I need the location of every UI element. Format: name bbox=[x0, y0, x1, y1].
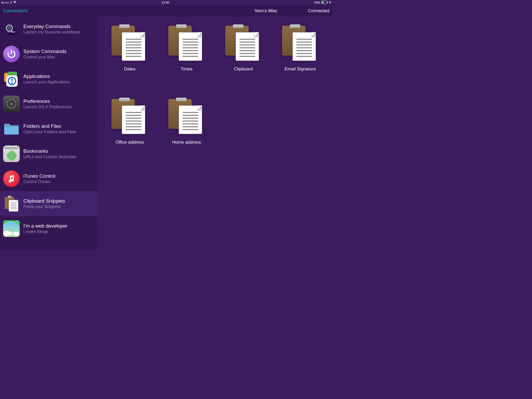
sidebar-item-title: Preferences bbox=[23, 98, 94, 104]
connections-link[interactable]: Connections bbox=[3, 8, 28, 14]
sidebar-item-clipboard-snippets[interactable]: Clipboard Snippets Paste your Snippets bbox=[0, 191, 97, 216]
snippet-label: Dates bbox=[124, 66, 135, 72]
connection-status: Connected bbox=[308, 8, 329, 14]
clipboard-doc-icon bbox=[281, 24, 320, 63]
sidebar-item-system-commands[interactable]: System Commands Control your Mac bbox=[0, 42, 97, 66]
signal-dots-icon bbox=[2, 2, 9, 3]
sidebar-item-title: Clipboard Snippets bbox=[23, 198, 94, 204]
sidebar-item-bookmarks[interactable]: Bookmarks URLs and Custom Searches bbox=[0, 141, 97, 166]
gear-icon bbox=[3, 96, 20, 112]
svg-point-17 bbox=[11, 82, 13, 84]
sidebar-item-title: System Commands bbox=[23, 49, 94, 54]
svg-point-28 bbox=[10, 102, 13, 105]
page-title: Vero's iMac bbox=[255, 8, 277, 14]
svg-rect-16 bbox=[11, 78, 12, 82]
applications-icon bbox=[3, 71, 20, 87]
charging-icon bbox=[329, 1, 331, 5]
clipboard-doc-icon bbox=[224, 24, 263, 63]
sidebar-item-title: Folders and Files bbox=[23, 123, 94, 129]
svg-rect-10 bbox=[11, 50, 12, 54]
snippet-dates[interactable]: Dates bbox=[103, 24, 157, 72]
svg-rect-20 bbox=[11, 108, 12, 110]
browser-globe-icon bbox=[3, 145, 20, 162]
sidebar-item-subtitle: Launch my favourite workflows bbox=[23, 30, 94, 35]
clipboard-doc-icon bbox=[110, 98, 149, 137]
snippet-times[interactable]: Times bbox=[159, 24, 214, 72]
sidebar-item-preferences[interactable]: Preferences Launch OS X Preferences bbox=[0, 91, 97, 116]
sidebar-item-subtitle: Launch your Applications bbox=[23, 80, 94, 84]
sidebar-item-subtitle: Open your Folders and Files bbox=[23, 130, 94, 134]
power-icon bbox=[3, 46, 20, 62]
status-right: 34% bbox=[314, 1, 331, 5]
sidebar-item-title: iTunes Control bbox=[23, 173, 94, 179]
snippet-label: Home address bbox=[172, 140, 201, 145]
clipboard-doc-icon bbox=[167, 24, 206, 63]
music-note-icon bbox=[3, 170, 20, 187]
sidebar-item-itunes-control[interactable]: iTunes Control Control iTunes bbox=[0, 166, 97, 191]
wifi-icon bbox=[13, 1, 17, 4]
status-bar: 3 13:40 34% bbox=[0, 0, 332, 5]
svg-rect-19 bbox=[11, 98, 12, 100]
hat-magnifier-icon bbox=[3, 21, 20, 37]
sidebar[interactable]: Everyday Commands Launch my favourite wo… bbox=[0, 17, 97, 249]
sidebar-item-subtitle: URLs and Custom Searches bbox=[23, 155, 94, 159]
sidebar-item-title: Bookmarks bbox=[23, 148, 94, 154]
sidebar-item-subtitle: Control iTunes bbox=[23, 179, 94, 184]
battery-icon bbox=[321, 1, 328, 5]
svg-rect-1 bbox=[327, 2, 328, 3]
header: Connections Vero's iMac Connected bbox=[0, 5, 332, 17]
carrier-label: 3 bbox=[10, 1, 12, 4]
battery-percent: 34% bbox=[314, 1, 320, 4]
svg-rect-22 bbox=[15, 103, 17, 105]
snippet-grid: Dates Times Clipboard bbox=[103, 24, 327, 145]
sidebar-item-web-developer[interactable]: I'm a web developer I make things bbox=[0, 216, 97, 241]
sidebar-item-title: I'm a web developer bbox=[23, 223, 94, 229]
svg-rect-21 bbox=[6, 103, 8, 105]
svg-point-42 bbox=[13, 232, 19, 236]
sidebar-item-title: Everyday Commands bbox=[23, 24, 94, 29]
sidebar-item-subtitle: Control your Mac bbox=[23, 55, 94, 59]
status-time: 13:40 bbox=[161, 1, 169, 4]
folder-icon bbox=[3, 121, 20, 137]
status-left: 3 bbox=[2, 1, 17, 4]
svg-point-7 bbox=[7, 26, 12, 30]
sidebar-item-applications[interactable]: Applications Launch your Applications bbox=[0, 66, 97, 91]
snippet-label: Email Signature bbox=[285, 66, 316, 72]
content: Dates Times Clipboard bbox=[97, 17, 332, 249]
snippet-clipboard[interactable]: Clipboard bbox=[216, 24, 271, 72]
sidebar-item-subtitle: Paste your Snippets bbox=[23, 204, 94, 209]
clipboard-snippet-icon bbox=[3, 195, 20, 212]
sidebar-item-folders-files[interactable]: Folders and Files Open your Folders and … bbox=[0, 116, 97, 141]
snippet-email-signature[interactable]: Email Signature bbox=[273, 24, 327, 72]
snippet-label: Clipboard bbox=[234, 66, 253, 72]
unicorn-rainbow-icon bbox=[3, 220, 20, 237]
snippet-home-address[interactable]: Home address bbox=[159, 98, 214, 145]
sidebar-item-title: Applications bbox=[23, 74, 94, 79]
sidebar-item-subtitle: I make things bbox=[23, 229, 94, 234]
snippet-label: Office address bbox=[116, 140, 144, 145]
snippet-office-address[interactable]: Office address bbox=[103, 98, 157, 145]
svg-rect-34 bbox=[8, 196, 11, 198]
sidebar-item-everyday-commands[interactable]: Everyday Commands Launch my favourite wo… bbox=[0, 17, 97, 42]
svg-point-41 bbox=[3, 231, 10, 236]
snippet-label: Times bbox=[181, 66, 192, 72]
sidebar-item-subtitle: Launch OS X Preferences bbox=[23, 105, 94, 109]
main: Everyday Commands Launch my favourite wo… bbox=[0, 17, 332, 249]
svg-rect-2 bbox=[322, 1, 324, 3]
clipboard-doc-icon bbox=[110, 24, 149, 63]
clipboard-doc-icon bbox=[167, 98, 206, 137]
